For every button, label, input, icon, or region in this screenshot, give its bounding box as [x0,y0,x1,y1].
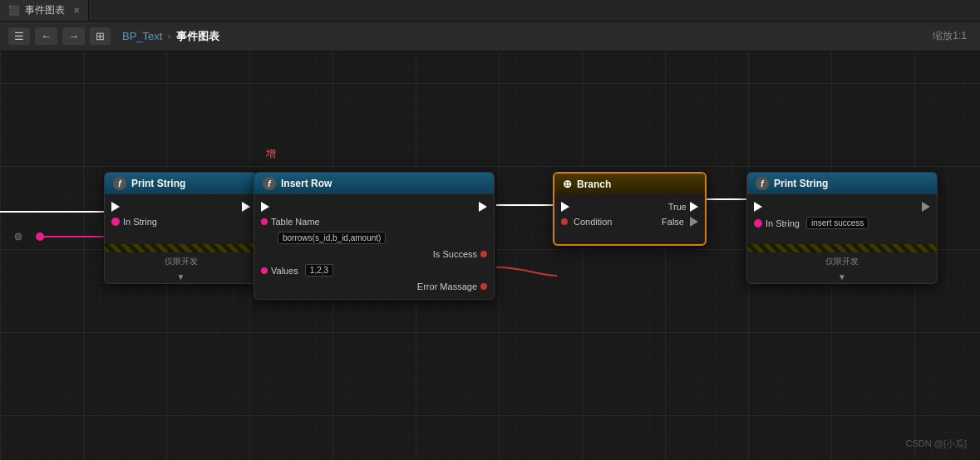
svg-point-3 [36,232,44,241]
zoom-label: 缩放1:1 [933,29,967,43]
false-pin[interactable] [690,217,698,227]
dev-stripe-1 [105,244,257,252]
node-body-insert-row: Table Name borrows(s_id,b_id,amount) Is … [254,194,494,299]
back-button[interactable]: ← [35,27,57,45]
node-title-branch: Branch [577,179,611,190]
node-title-print-string-2: Print String [774,178,828,189]
values-row: Values 1,2,3 [254,262,494,279]
error-massage-pin[interactable] [480,283,487,290]
values-label: Values [271,266,298,276]
dev-stripe-2 [747,244,937,252]
menu-button[interactable]: ☰ [8,27,30,45]
error-massage-label: Error Massage [417,281,477,291]
in-string-pin-2[interactable] [754,219,762,228]
tab-close-button[interactable]: ✕ [73,6,80,15]
node-title-print-string-1: Print String [131,178,185,189]
expand-btn-1[interactable]: ▼ [105,271,257,283]
table-name-row: Table Name [254,214,494,229]
node-title-insert-row: Insert Row [281,178,332,189]
table-name-pin[interactable] [261,218,268,225]
print-string-node-2[interactable]: f Print String In String insert success … [746,172,938,284]
values-pin[interactable] [261,267,268,274]
is-success-label: Is Success [433,249,477,259]
dev-label-2: 仅限开发 [825,256,859,267]
node-body-print-string-2: In String insert success [747,194,937,244]
func-icon-2: f [756,177,769,190]
dev-label-1: 仅限开发 [165,256,198,267]
node-header-insert-row: f Insert Row [254,173,494,194]
exec-out-pin-1[interactable] [242,202,250,212]
tab-label: 事件图表 [25,3,65,17]
branch-icon: ⊕ [563,178,572,190]
in-string-row-2: In String insert success [747,214,937,232]
in-string-pin-1[interactable] [111,218,120,226]
table-name-label: Table Name [271,217,320,227]
grid-button[interactable]: ⊞ [90,27,111,45]
blueprint-canvas[interactable]: 增 f Print String [0,51,980,460]
tab-icon: ⬛ [8,5,20,16]
tab-event-graph[interactable]: ⬛ 事件图表 ✕ [0,0,89,21]
condition-false-row: Condition False [554,214,705,229]
branch-node[interactable]: ⊕ Branch True Condition False [553,172,707,246]
is-success-row: Is Success [254,247,494,262]
in-string-value-2[interactable]: insert success [806,217,869,229]
func-icon-1: f [113,177,126,190]
true-pin[interactable] [690,202,698,212]
dev-warning-1: 仅限开发 [105,252,257,271]
true-label: True [668,202,687,212]
tab-bar: ⬛ 事件图表 ✕ [0,0,980,22]
forward-button[interactable]: → [62,27,85,45]
exec-pins-row-2 [747,199,937,214]
exec-true-row: True [554,199,705,214]
toolbar: ☰ ← → ⊞ BP_Text › 事件图表 缩放1:1 [0,22,980,51]
node-body-print-string-1: In String [105,194,257,244]
false-label: False [662,217,684,227]
node-body-branch: True Condition False [554,194,705,244]
annotation-text: 增 [266,147,276,161]
watermark: CSDN @[小瓜] [905,438,967,450]
node-header-print-string-2: f Print String [747,173,937,194]
func-icon-insert: f [263,177,276,190]
exec-out-pin-insert[interactable] [479,202,487,212]
breadcrumb-current: 事件图表 [176,29,219,44]
print-string-node-1[interactable]: f Print String In String 仅限开发 ▼ [104,172,258,284]
values-value[interactable]: 1,2,3 [305,264,333,276]
exec-in-pin-2[interactable] [754,202,762,212]
exec-pins-row-1 [105,199,257,214]
is-success-pin[interactable] [480,251,487,257]
table-name-value[interactable]: borrows(s_id,b_id,amount) [278,232,386,244]
in-string-label-1: In String [123,217,157,227]
table-name-value-row: borrows(s_id,b_id,amount) [254,229,494,247]
condition-label: Condition [574,217,658,227]
exec-in-pin-branch[interactable] [561,202,569,212]
exec-pins-row-insert [254,199,494,214]
exec-in-pin-1[interactable] [111,202,120,212]
svg-point-4 [15,233,22,240]
insert-row-node[interactable]: f Insert Row Table Name borrows(s_id,b_i… [254,172,495,300]
breadcrumb: BP_Text › 事件图表 [122,29,219,44]
condition-pin[interactable] [561,218,568,225]
exec-out-pin-2[interactable] [922,202,930,212]
breadcrumb-root[interactable]: BP_Text [122,30,162,42]
error-massage-row: Error Massage [254,279,494,294]
in-string-label-2: In String [766,218,800,228]
exec-in-pin-insert[interactable] [261,202,269,212]
node-header-branch: ⊕ Branch [554,174,705,194]
expand-btn-2[interactable]: ▼ [747,271,937,283]
breadcrumb-separator: › [167,30,170,42]
node-header-print-string-1: f Print String [105,173,257,194]
in-string-row-1: In String [105,214,257,229]
dev-warning-2: 仅限开发 [747,252,937,271]
